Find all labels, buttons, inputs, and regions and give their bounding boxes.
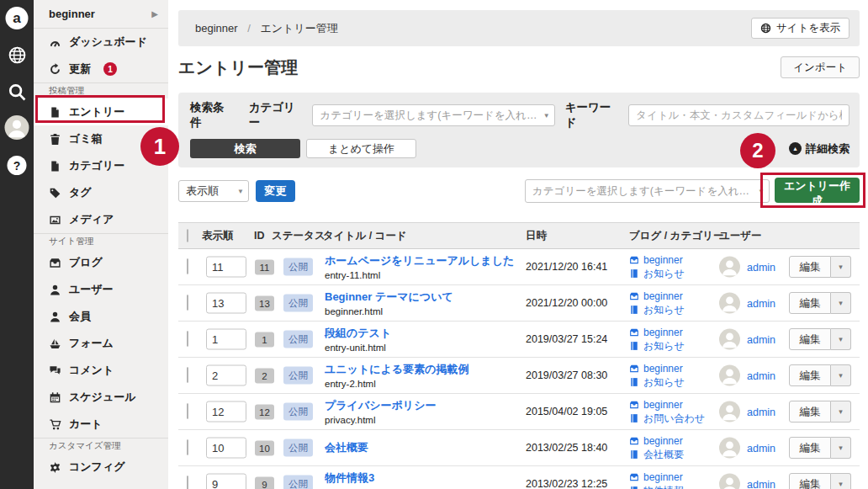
import-button[interactable]: インポート bbox=[781, 56, 860, 78]
sidebar-item-cart[interactable]: カート bbox=[34, 411, 168, 438]
status-badge: 公開 bbox=[283, 258, 313, 276]
blog-inbox-icon bbox=[629, 400, 639, 410]
edit-button[interactable]: 編集 bbox=[789, 256, 831, 278]
edit-button[interactable]: 編集 bbox=[789, 364, 831, 386]
sidebar-item-member[interactable]: 会員 bbox=[34, 303, 168, 330]
sidebar-item-update[interactable]: 更新 1 bbox=[34, 56, 168, 82]
user-link[interactable]: admin bbox=[747, 297, 775, 309]
sidebar-item-blog[interactable]: ブログ bbox=[34, 249, 168, 276]
sort-order-input[interactable] bbox=[206, 438, 246, 459]
sort-order-input[interactable] bbox=[206, 329, 246, 350]
blog-link[interactable]: beginner bbox=[629, 290, 685, 303]
blog-link[interactable]: beginner bbox=[629, 326, 685, 339]
row-checkbox[interactable] bbox=[187, 404, 188, 419]
edit-dropdown-toggle[interactable]: ▾ bbox=[831, 364, 851, 386]
edit-button[interactable]: 編集 bbox=[789, 473, 831, 489]
edit-button[interactable]: 編集 bbox=[789, 437, 831, 459]
keyword-input[interactable] bbox=[628, 104, 849, 126]
category-link[interactable]: 物件情報 bbox=[629, 484, 684, 489]
sidebar-item-tag[interactable]: タグ bbox=[34, 179, 168, 206]
sidebar-item-media[interactable]: メディア bbox=[34, 206, 168, 233]
edit-dropdown-toggle[interactable]: ▾ bbox=[831, 256, 851, 278]
category-link[interactable]: お知らせ bbox=[629, 267, 685, 280]
sort-order-input[interactable] bbox=[206, 365, 246, 386]
blog-link[interactable]: beginner bbox=[629, 434, 684, 448]
edit-button[interactable]: 編集 bbox=[789, 401, 831, 423]
category-link[interactable]: お問い合わせ bbox=[629, 412, 705, 425]
entry-title-link[interactable]: プライバシーポリシー bbox=[325, 398, 436, 413]
col-sort: 表示順 bbox=[202, 229, 234, 243]
blog-link[interactable]: beginner bbox=[629, 398, 705, 412]
blog-link[interactable]: beginner bbox=[629, 362, 685, 375]
sort-order-select[interactable]: 表示順 ▼ bbox=[178, 180, 249, 202]
category-link[interactable]: 会社概要 bbox=[629, 448, 684, 461]
row-checkbox[interactable] bbox=[187, 332, 188, 347]
bulk-action-button[interactable]: まとめて操作 bbox=[306, 139, 416, 158]
search-icon[interactable] bbox=[7, 82, 27, 102]
sidebar-item-label: タグ bbox=[69, 185, 92, 200]
advanced-search-toggle[interactable]: ▲ 詳細検索 bbox=[789, 141, 849, 157]
sidebar-item-entry[interactable]: エントリー bbox=[34, 98, 168, 125]
edit-dropdown-toggle[interactable]: ▾ bbox=[831, 292, 851, 314]
sidebar-item-news[interactable]: ニュース bbox=[34, 481, 168, 489]
sidebar-item-form[interactable]: フォーム bbox=[34, 330, 168, 357]
row-checkbox[interactable] bbox=[187, 259, 188, 274]
entry-title-link[interactable]: 物件情報3 bbox=[325, 470, 376, 486]
sidebar-item-comment[interactable]: コメント bbox=[34, 357, 168, 384]
change-button[interactable]: 変更 bbox=[256, 180, 295, 202]
sidebar-item-dashboard[interactable]: ダッシュボード bbox=[34, 29, 168, 56]
edit-button[interactable]: 編集 bbox=[789, 328, 831, 350]
search-button[interactable]: 検索 bbox=[190, 139, 300, 158]
user-link[interactable]: admin bbox=[747, 333, 775, 345]
user-avatar-icon[interactable] bbox=[5, 115, 29, 140]
edit-button[interactable]: 編集 bbox=[789, 292, 831, 314]
sort-order-input[interactable] bbox=[206, 474, 246, 489]
user-link[interactable]: admin bbox=[747, 442, 775, 454]
entry-title-link[interactable]: Beginner テーマについて bbox=[325, 290, 453, 305]
row-checkbox[interactable] bbox=[187, 476, 188, 489]
sort-order-input[interactable] bbox=[206, 401, 246, 423]
category-link[interactable]: お知らせ bbox=[629, 339, 685, 353]
blog-link[interactable]: beginner bbox=[629, 253, 685, 267]
entry-title-link[interactable]: 会社概要 bbox=[325, 440, 368, 455]
user-link[interactable]: admin bbox=[747, 261, 775, 273]
sidebar-item-user[interactable]: ユーザー bbox=[34, 276, 168, 303]
row-checkbox[interactable] bbox=[187, 368, 188, 383]
create-entry-button[interactable]: エントリー作成 bbox=[775, 178, 860, 203]
entry-title-link[interactable]: ホームページをリニューアルしました bbox=[325, 253, 514, 268]
view-site-button[interactable]: サイトを表示 bbox=[751, 18, 849, 39]
sidebar-item-schedule[interactable]: スケジュール bbox=[34, 384, 168, 411]
blog-link[interactable]: beginner bbox=[629, 470, 684, 484]
select-all-checkbox[interactable] bbox=[187, 230, 188, 242]
category-link[interactable]: お知らせ bbox=[629, 375, 685, 389]
globe-icon[interactable] bbox=[7, 45, 27, 65]
sidebar-item-config[interactable]: コンフィグ bbox=[34, 454, 168, 481]
category-link[interactable]: お知らせ bbox=[629, 303, 685, 316]
calendar-icon bbox=[49, 391, 61, 404]
dashboard-gauge-icon bbox=[49, 36, 61, 49]
sidebar-item-category[interactable]: カテゴリー bbox=[34, 152, 168, 179]
edit-dropdown-toggle[interactable]: ▾ bbox=[831, 401, 851, 423]
avatar-person-icon bbox=[719, 293, 740, 314]
user-link[interactable]: admin bbox=[747, 406, 775, 417]
user-link[interactable]: admin bbox=[747, 478, 775, 489]
row-checkbox[interactable] bbox=[187, 440, 188, 455]
edit-dropdown-toggle[interactable]: ▾ bbox=[831, 328, 851, 350]
breadcrumb-site[interactable]: beginner bbox=[195, 22, 238, 35]
sort-order-input[interactable] bbox=[206, 293, 246, 314]
help-icon[interactable]: ? bbox=[8, 156, 27, 175]
row-checkbox[interactable] bbox=[187, 295, 188, 311]
app-logo-icon[interactable]: a bbox=[6, 7, 29, 29]
entry-title-link[interactable]: 段組のテスト bbox=[325, 326, 391, 341]
sidebar-item-trash[interactable]: ゴミ箱 bbox=[34, 125, 168, 152]
user-link[interactable]: admin bbox=[747, 369, 775, 381]
edit-dropdown-toggle[interactable]: ▾ bbox=[831, 437, 851, 459]
id-badge: 12 bbox=[255, 405, 274, 420]
category-select[interactable]: カテゴリーを選択します(キーワードを入れて絞... ▼ bbox=[312, 104, 554, 126]
sort-order-input[interactable] bbox=[206, 257, 246, 278]
edit-dropdown-toggle[interactable]: ▾ bbox=[831, 473, 851, 489]
blog-switcher[interactable]: beginner ▶ bbox=[34, 0, 168, 29]
entry-title-link[interactable]: ユニットによる要素の掲載例 bbox=[325, 362, 468, 377]
table-row: 9 公開 物件情報3 entry-9.html 2013/02/23 12:25… bbox=[178, 466, 860, 489]
create-category-select[interactable]: カテゴリーを選択します(キーワードを入れて絞り込... ▼ bbox=[525, 179, 770, 203]
